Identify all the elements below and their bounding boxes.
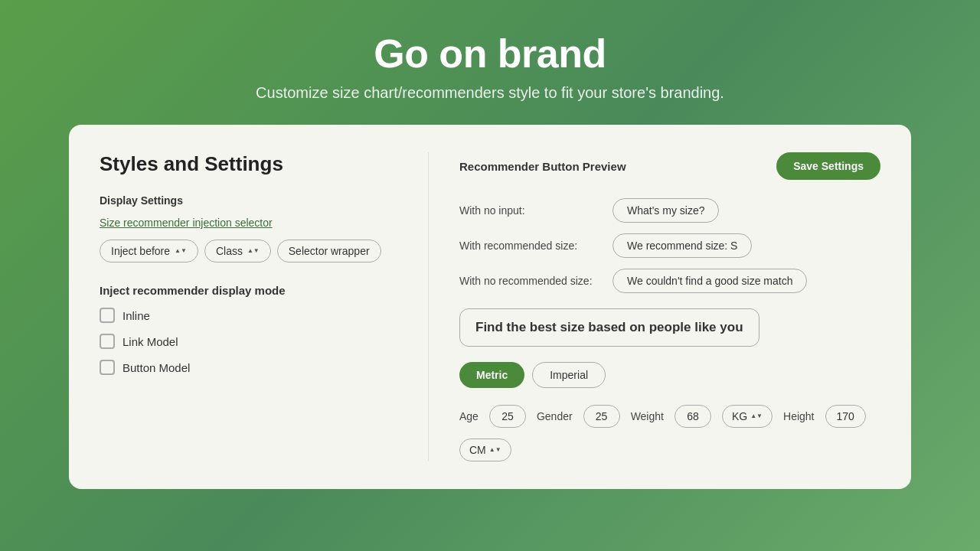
- injection-selector-link[interactable]: Size recommender injection selector: [100, 217, 273, 229]
- recommended-button[interactable]: We recommend size: S: [612, 233, 752, 258]
- save-settings-button[interactable]: Save Settings: [776, 152, 880, 180]
- inline-label: Inline: [122, 309, 150, 322]
- class-arrows: ▲▼: [247, 248, 260, 254]
- preview-row-no-input: With no input: What's my size?: [459, 198, 880, 223]
- no-recommended-button[interactable]: We couldn't find a good size match: [612, 269, 807, 293]
- inject-before-arrows: ▲▼: [175, 248, 187, 254]
- checkbox-inline: Inline: [100, 308, 397, 323]
- selector-row: Inject before ▲▼ Class ▲▼ Selector wrapp…: [100, 240, 397, 262]
- no-recommended-label: With no recommended size:: [459, 275, 597, 287]
- age-label: Age: [459, 410, 479, 422]
- weight-value[interactable]: 68: [675, 405, 711, 428]
- recommended-label: With recommended size:: [459, 240, 597, 252]
- button-model-checkbox[interactable]: [100, 360, 115, 375]
- link-model-checkbox[interactable]: [100, 334, 115, 349]
- page-subtitle: Customize size chart/recommenders style …: [256, 84, 724, 102]
- inline-checkbox[interactable]: [100, 308, 115, 323]
- gender-value[interactable]: 25: [583, 405, 620, 428]
- height-label: Height: [783, 410, 814, 422]
- right-top-row: Recommender Button Preview Save Settings: [459, 152, 880, 180]
- no-input-button[interactable]: What's my size?: [612, 198, 719, 223]
- display-settings-label: Display Settings: [100, 194, 397, 207]
- button-model-label: Button Model: [122, 361, 190, 374]
- checkbox-link-model: Link Model: [100, 334, 397, 349]
- height-unit[interactable]: CM ▲▼: [459, 439, 511, 461]
- link-model-label: Link Model: [122, 335, 178, 348]
- measurements-row: Age 25 Gender 25 Weight 68 KG ▲▼ Height …: [459, 405, 880, 461]
- panel-title: Styles and Settings: [100, 152, 397, 176]
- preview-title: Recommender Button Preview: [459, 160, 626, 173]
- page-header: Go on brand Customize size chart/recomme…: [256, 31, 724, 102]
- inject-before-selector[interactable]: Inject before ▲▼: [100, 240, 198, 262]
- height-unit-arrows: ▲▼: [489, 447, 501, 453]
- unit-toggle-row: Metric Imperial: [459, 362, 880, 388]
- no-input-label: With no input:: [459, 204, 597, 217]
- age-value[interactable]: 25: [489, 405, 526, 428]
- recommender-box: Find the best size based on people like …: [459, 308, 760, 347]
- weight-label: Weight: [631, 410, 664, 422]
- main-card: Styles and Settings Display Settings Siz…: [69, 125, 911, 489]
- height-value[interactable]: 170: [825, 405, 866, 428]
- preview-row-recommended: With recommended size: We recommend size…: [459, 233, 880, 258]
- inject-mode-label: Inject recommender display mode: [100, 284, 397, 297]
- checkbox-button-model: Button Model: [100, 360, 397, 375]
- class-selector[interactable]: Class ▲▼: [204, 240, 271, 262]
- weight-unit-arrows: ▲▼: [750, 413, 763, 419]
- right-panel: Recommender Button Preview Save Settings…: [429, 152, 880, 461]
- page-title: Go on brand: [256, 31, 724, 77]
- selector-wrapper[interactable]: Selector wrapper: [277, 240, 381, 262]
- gender-label: Gender: [537, 410, 573, 422]
- metric-toggle[interactable]: Metric: [459, 362, 524, 388]
- imperial-toggle[interactable]: Imperial: [532, 362, 606, 388]
- preview-rows: With no input: What's my size? With reco…: [459, 198, 880, 293]
- preview-row-no-recommended: With no recommended size: We couldn't fi…: [459, 269, 880, 293]
- left-panel: Styles and Settings Display Settings Siz…: [100, 152, 429, 461]
- weight-unit[interactable]: KG ▲▼: [722, 405, 773, 428]
